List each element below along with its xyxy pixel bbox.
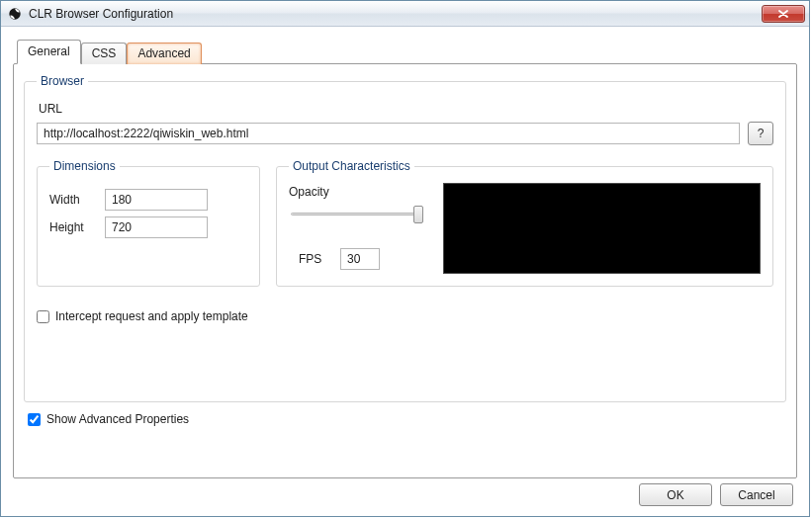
titlebar: CLR Browser Configuration — [1, 1, 809, 27]
show-advanced-label: Show Advanced Properties — [46, 412, 189, 426]
output-left: Opacity FPS — [289, 183, 427, 274]
mid-row: Dimensions Width Height Output Character… — [37, 159, 773, 287]
client-area: General CSS Advanced Browser URL ? Dimen… — [1, 27, 809, 490]
output-inner: Opacity FPS — [289, 183, 761, 274]
tab-general[interactable]: General — [17, 40, 81, 64]
intercept-label: Intercept request and apply template — [55, 309, 248, 323]
width-row: Width — [49, 189, 247, 211]
window-title: CLR Browser Configuration — [29, 7, 762, 21]
dialog-window: CLR Browser Configuration General CSS Ad… — [0, 0, 810, 517]
tab-css[interactable]: CSS — [81, 43, 128, 64]
app-icon — [7, 6, 23, 22]
fps-label: FPS — [299, 252, 328, 266]
width-input[interactable] — [105, 189, 208, 211]
ok-button[interactable]: OK — [639, 483, 712, 506]
preview-box — [443, 183, 761, 274]
tabs: General CSS Advanced — [17, 39, 797, 63]
opacity-label: Opacity — [289, 185, 427, 199]
fps-input[interactable] — [340, 248, 380, 270]
height-row: Height — [49, 216, 247, 238]
height-label: Height — [49, 220, 105, 234]
url-row: ? — [37, 122, 773, 145]
browser-legend: Browser — [37, 74, 88, 88]
tab-panel-general: Browser URL ? Dimensions Width Heigh — [13, 63, 797, 478]
url-label: URL — [39, 102, 773, 116]
url-help-button[interactable]: ? — [748, 122, 773, 145]
browser-group: Browser URL ? Dimensions Width Heigh — [24, 74, 786, 402]
slider-track — [291, 213, 421, 216]
dimensions-group: Dimensions Width Height — [37, 159, 260, 287]
fps-row: FPS — [289, 248, 427, 270]
cancel-button[interactable]: Cancel — [720, 483, 793, 506]
url-input[interactable] — [37, 123, 740, 144]
width-label: Width — [49, 193, 105, 207]
tab-advanced[interactable]: Advanced — [127, 43, 201, 64]
svg-point-0 — [9, 8, 20, 19]
show-advanced-checkbox[interactable] — [28, 413, 41, 426]
close-button[interactable] — [762, 5, 805, 23]
dimensions-legend: Dimensions — [49, 159, 120, 173]
dialog-footer: OK Cancel — [639, 483, 793, 506]
opacity-slider[interactable] — [289, 203, 423, 226]
show-advanced-row: Show Advanced Properties — [28, 412, 786, 426]
intercept-checkbox[interactable] — [37, 310, 49, 323]
intercept-row: Intercept request and apply template — [37, 309, 248, 323]
output-legend: Output Characteristics — [289, 159, 414, 173]
height-input[interactable] — [105, 216, 208, 238]
close-icon — [778, 10, 788, 18]
output-group: Output Characteristics Opacity FPS — [276, 159, 773, 287]
slider-thumb[interactable] — [413, 206, 423, 223]
